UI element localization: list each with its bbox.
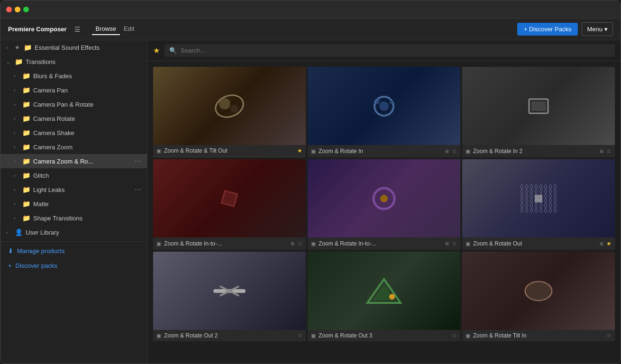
maximize-button[interactable] [23, 7, 29, 12]
grid-item-label: ▣ Zoom & Rotate Out ≡ ★ [462, 237, 615, 250]
clip-icon: ▣ [311, 148, 316, 155]
star-button[interactable]: ☆ [606, 332, 612, 339]
arrow-icon: › [14, 130, 19, 136]
sidebar-action-discover-packs[interactable]: + Discover packs [0, 258, 147, 273]
svg-rect-14 [535, 195, 542, 202]
sidebar-item-camera-pan[interactable]: › 📁 Camera Pan [0, 83, 147, 97]
grid-item[interactable]: ▣ Zoom & Rotate In ≡ ☆ [308, 67, 460, 157]
search-star-filter[interactable]: ★ [153, 46, 160, 55]
sidebar: › ★ 📁 Essential Sound Effects ⌄ 📁 Transi… [0, 40, 147, 364]
more-options-icon[interactable]: ≡ [600, 147, 603, 155]
sidebar-item-label: Transitions [26, 58, 55, 65]
item-name: Zoom & Rotate Out 2 [164, 332, 294, 339]
sidebar-item-essential-sound[interactable]: › ★ 📁 Essential Sound Effects [0, 40, 147, 55]
grid-item[interactable]: ▣ Zoom & Rotate Out 2 ☆ [153, 252, 306, 341]
star-button[interactable]: ★ [297, 147, 302, 154]
item-name: Zoom & Rotate In-to-... [164, 240, 288, 247]
hamburger-icon[interactable]: ☰ [74, 26, 81, 33]
grid-item-label: ▣ Zoom & Rotate & Tilt Out ★ [153, 145, 306, 156]
sidebar-item-transitions[interactable]: ⌄ 📁 Transitions [0, 55, 147, 69]
thumbnail [153, 252, 306, 330]
sidebar-action-manage-products[interactable]: ⬇ Manage products [0, 244, 147, 258]
folder-icon: 📁 [22, 115, 30, 122]
clip-icon: ▣ [311, 333, 316, 339]
clip-icon: ▣ [156, 148, 161, 154]
more-options-icon[interactable]: ⋯ [135, 157, 141, 165]
grid-item-label: ▣ Zoom & Rotate In ≡ ☆ [308, 145, 460, 157]
grid-item[interactable]: ▣ Zoom & Rotate Tilt In ☆ [462, 252, 615, 341]
tab-edit[interactable]: Edit [120, 23, 138, 35]
svg-point-15 [389, 294, 395, 300]
sidebar-item-blurs-fades[interactable]: › 📁 Blurs & Fades [0, 69, 147, 83]
folder-icon: 📁 [22, 143, 30, 151]
sidebar-item-label: Shape Transitions [33, 215, 82, 222]
grid-item[interactable]: ▣ Zoom & Rotate In-to-... ≡ ☆ [308, 159, 460, 250]
item-name: Zoom & Rotate Out 3 [319, 332, 449, 339]
search-bar: ★ 🔍 [147, 40, 621, 61]
search-input[interactable] [181, 47, 610, 54]
more-options-icon[interactable]: ≡ [291, 240, 294, 247]
folder-icon: 📁 [15, 58, 23, 65]
grid-item[interactable]: ▣ Zoom & Rotate In-to-... ≡ ☆ [153, 159, 306, 250]
arrow-icon: › [14, 187, 19, 192]
folder-icon: 📁 [22, 157, 30, 165]
clip-icon: ▣ [311, 241, 316, 247]
action-label: Discover packs [16, 262, 57, 269]
more-options-icon[interactable]: ≡ [445, 240, 449, 247]
more-options-icon[interactable]: ⋯ [135, 186, 141, 193]
star-button[interactable]: ☆ [297, 240, 302, 247]
star-icon[interactable]: ★ [15, 44, 20, 51]
grid-item[interactable]: ▣ Zoom & Rotate Out 3 ☆ [308, 252, 460, 341]
star-button[interactable]: ☆ [452, 240, 457, 247]
star-button[interactable]: ☆ [452, 148, 457, 155]
folder-icon: 📁 [22, 214, 30, 222]
star-button[interactable]: ☆ [452, 332, 457, 339]
tab-browse[interactable]: Browse [92, 23, 120, 35]
menu-button[interactable]: Menu ▾ [582, 22, 613, 36]
folder-icon: 📁 [22, 172, 30, 179]
star-button[interactable]: ☆ [606, 148, 612, 155]
download-icon: ⬇ [8, 247, 13, 255]
arrow-icon: › [14, 159, 19, 164]
sidebar-item-user-library[interactable]: › 👤 User Library [0, 225, 147, 239]
item-name: Zoom & Rotate In 2 [473, 148, 597, 155]
sidebar-item-camera-shake[interactable]: › 📁 Camera Shake [0, 126, 147, 140]
sidebar-item-camera-zoom[interactable]: › 📁 Camera Zoom [0, 140, 147, 154]
more-options-icon[interactable]: ≡ [445, 147, 449, 155]
grid-item[interactable]: ▣ Zoom & Rotate In 2 ≡ ☆ [462, 67, 615, 157]
sidebar-item-label: Camera Zoom [33, 144, 73, 151]
more-options-icon[interactable]: ≡ [600, 240, 603, 247]
menu-label: Menu [587, 26, 603, 33]
close-button[interactable] [6, 7, 12, 12]
sidebar-item-glitch[interactable]: › 📁 Glitch [0, 168, 147, 182]
svg-point-6 [389, 100, 393, 104]
sidebar-item-label: Matte [33, 200, 49, 208]
sidebar-item-label: Blurs & Fades [33, 73, 72, 80]
sidebar-item-matte[interactable]: › 📁 Matte [0, 197, 147, 211]
arrow-icon: ⌄ [6, 59, 12, 64]
sidebar-item-camera-rotate[interactable]: › 📁 Camera Rotate [0, 111, 147, 126]
sidebar-item-camera-zoom-ro[interactable]: › 📁 Camera Zoom & Ro... ⋯ [0, 154, 147, 168]
grid-item[interactable]: ▣ Zoom & Rotate & Tilt Out ★ [153, 67, 306, 157]
grid-item[interactable]: ▣ Zoom & Rotate Out ≡ ★ [462, 159, 615, 250]
arrow-icon: › [14, 216, 19, 221]
svg-point-1 [219, 98, 230, 109]
plus-icon: + [8, 262, 12, 269]
sidebar-item-shape-transitions[interactable]: › 📁 Shape Transitions [0, 211, 147, 225]
clip-icon: ▣ [156, 333, 161, 339]
discover-packs-button[interactable]: + Discover Packs [517, 23, 578, 36]
clip-icon: ▣ [466, 241, 470, 247]
sidebar-item-label: Camera Pan & Rotate [33, 101, 93, 108]
sidebar-item-camera-pan-rotate[interactable]: › 📁 Camera Pan & Rotate [0, 97, 147, 111]
minimize-button[interactable] [15, 7, 20, 12]
sidebar-item-light-leaks[interactable]: › 📁 Light Leaks ⋯ [0, 182, 147, 197]
grid-item-label: ▣ Zoom & Rotate Out 2 ☆ [153, 330, 306, 341]
thumbnail [462, 67, 615, 145]
star-button[interactable]: ☆ [297, 332, 302, 339]
star-button[interactable]: ★ [606, 240, 612, 247]
sidebar-item-label: Glitch [33, 172, 49, 179]
thumbnail [153, 159, 306, 237]
sidebar-item-label: Light Leaks [33, 186, 65, 193]
folder-icon: 📁 [22, 129, 30, 136]
chevron-down-icon: ▾ [604, 26, 608, 33]
